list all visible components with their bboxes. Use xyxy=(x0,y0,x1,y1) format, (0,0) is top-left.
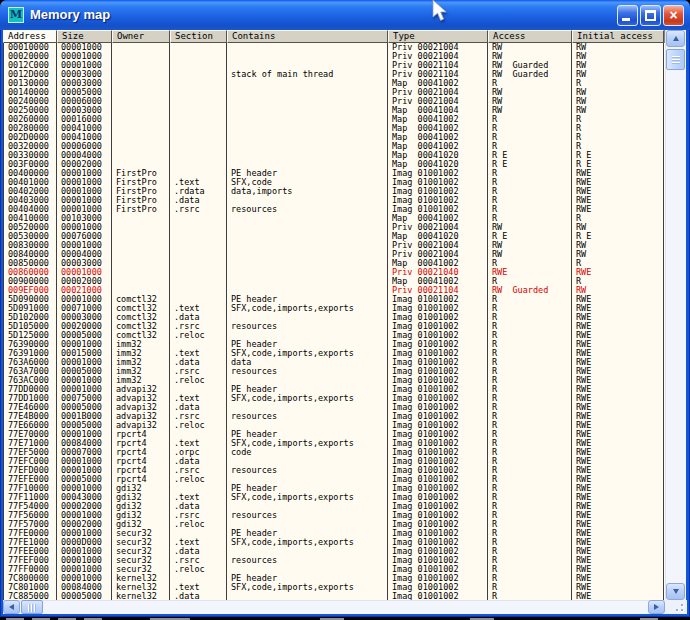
table-row[interactable]: 763A700000005000imm32.rsrcresourcesImag … xyxy=(3,367,665,376)
scroll-up-button[interactable] xyxy=(666,30,685,47)
table-row[interactable]: 0028000000041000Map 00041002RR xyxy=(3,124,665,133)
table-row[interactable]: 77E4600000005000advapi32.dataImag 010010… xyxy=(3,403,665,412)
table-row[interactable]: 0083000000001000Priv 00021004RWRW xyxy=(3,241,665,250)
table-row[interactable]: 0032000000006000Map 00041002RR xyxy=(3,142,665,151)
table-row[interactable]: 5D10500000020000comctl32.rsrcresourcesIm… xyxy=(3,322,665,331)
table-row[interactable]: 77E6600000005000advapi32.relocImag 01001… xyxy=(3,421,665,430)
resize-grip[interactable] xyxy=(665,600,687,614)
table-row[interactable]: 77FEE00000001000secur32.dataImag 0100100… xyxy=(3,547,665,556)
cell-size: 00071000 xyxy=(57,304,112,313)
table-row[interactable]: 77FEF00000001000secur32.rsrcresourcesIma… xyxy=(3,556,665,565)
table-row[interactable]: 0013000000003000Map 00041002RR xyxy=(3,79,665,88)
table-row[interactable]: 77F5700000002000gdi32.relocImag 01001002… xyxy=(3,520,665,529)
table-row[interactable]: 0085000000003000Map 00041002RR xyxy=(3,259,665,268)
table-row[interactable]: 7639100000015000imm32.textSFX,code,impor… xyxy=(3,349,665,358)
table-row[interactable]: 77F5600000001000gdi32.rsrcresourcesImag … xyxy=(3,511,665,520)
table-row[interactable]: 5D09100000071000comctl32.textSFX,code,im… xyxy=(3,304,665,313)
table-row[interactable]: 0033000000004000Map 00041020R ER E xyxy=(3,151,665,160)
cell-size: 00001000 xyxy=(57,430,112,439)
horizontal-scroll-thumb[interactable] xyxy=(21,600,43,614)
table-row[interactable]: 5D09000000001000comctl32PE headerImag 01… xyxy=(3,295,665,304)
table-row[interactable]: 0086000000001000Priv 00021040RWERWE xyxy=(3,268,665,277)
cell-size: 00015000 xyxy=(57,349,112,358)
table-row[interactable]: 0002000000001000Priv 00021004RWRW xyxy=(3,52,665,61)
table-row[interactable]: 7639000000001000imm32PE headerImag 01001… xyxy=(3,340,665,349)
table-row[interactable]: 77E7100000084000rpcrt4.textSFX,code,impo… xyxy=(3,439,665,448)
table-row[interactable]: 77EFC00000001000rpcrt4.dataImag 01001002… xyxy=(3,457,665,466)
column-header-type[interactable]: Type xyxy=(388,30,488,43)
cell-initial-access: RWE xyxy=(572,502,664,511)
table-row[interactable]: 77FE10000000D000secur32.textSFX,code,imp… xyxy=(3,538,665,547)
table-row[interactable]: 002D000000041000Map 00041002RR xyxy=(3,133,665,142)
table-row[interactable]: 77EFE00000005000rpcrt4.relocImag 0100100… xyxy=(3,475,665,484)
table-row[interactable]: 0026000000016000Map 00041002RR xyxy=(3,115,665,124)
table-row[interactable]: 5D10200000003000comctl32.dataImag 010010… xyxy=(3,313,665,322)
cell-size: 00041000 xyxy=(57,133,112,142)
table-row[interactable]: 0084000000004000Priv 00021004RWRW xyxy=(3,250,665,259)
cell-section: .text xyxy=(170,583,227,592)
table-row[interactable]: 77EFD00000001000rpcrt4.rsrcresourcesImag… xyxy=(3,466,665,475)
cell-initial-access: R xyxy=(572,142,664,151)
maximize-button[interactable] xyxy=(640,5,661,26)
cell-address: 00280000 xyxy=(3,124,57,133)
table-row[interactable]: 0053000000076000Map 00041020R ER E xyxy=(3,232,665,241)
scroll-down-button[interactable] xyxy=(666,583,685,600)
table-row[interactable]: 0040200000001000FirstPro.rdatadata,impor… xyxy=(3,187,665,196)
table-row[interactable]: 7C88500000005000kernel32.dataImag 010010… xyxy=(3,592,665,600)
table-row[interactable]: 77FE000000001000secur32PE headerImag 010… xyxy=(3,529,665,538)
column-header-section[interactable]: Section xyxy=(170,30,227,43)
minimize-button[interactable] xyxy=(617,5,638,26)
table-row[interactable]: 77DD000000001000advapi32PE headerImag 01… xyxy=(3,385,665,394)
table-row[interactable]: 0040000000001000FirstProPE headerImag 01… xyxy=(3,169,665,178)
table-row[interactable]: 0040400000001000FirstPro.rsrcresourcesIm… xyxy=(3,205,665,214)
cell-size: 00005000 xyxy=(57,331,112,340)
cell-owner xyxy=(112,268,170,277)
table-row[interactable]: 0025000000003000Map 00041004RWRW xyxy=(3,106,665,115)
cell-initial-access: RWE xyxy=(572,448,664,457)
cell-access: R xyxy=(488,169,572,178)
vertical-scroll-thumb[interactable] xyxy=(666,49,685,70)
cell-type: Map 00041002 xyxy=(388,79,488,88)
table-row[interactable]: 003F000000002000Map 00041020R ER E xyxy=(3,160,665,169)
table-row[interactable]: 0012D00000003000stack of main threadPriv… xyxy=(3,70,665,79)
scroll-left-button[interactable] xyxy=(3,600,20,614)
table-row[interactable]: 0040100000001000FirstPro.textSFX,codeIma… xyxy=(3,178,665,187)
table-row[interactable]: 7C80100000084000kernel32.textSFX,code,im… xyxy=(3,583,665,592)
table-row[interactable]: 77F1000000001000gdi32PE headerImag 01001… xyxy=(3,484,665,493)
table-row[interactable]: 0040300000001000FirstPro.dataImag 010010… xyxy=(3,196,665,205)
scroll-right-button[interactable] xyxy=(648,600,665,614)
table-row[interactable]: 77E4B0000001B000advapi32.rsrcresourcesIm… xyxy=(3,412,665,421)
table-row[interactable]: 0012C00000001000Priv 00021104RW GuardedR… xyxy=(3,61,665,70)
cell-initial-access: RWE xyxy=(572,565,664,574)
table-row[interactable]: 009EF00000021000Priv 00021104RW GuardedR… xyxy=(3,286,665,295)
horizontal-scrollbar[interactable] xyxy=(3,600,665,614)
cell-owner: advapi32 xyxy=(112,403,170,412)
table-row[interactable]: 77F1100000043000gdi32.textSFX,code,impor… xyxy=(3,493,665,502)
table-row[interactable]: 0014000000005000Priv 00021004RWRW xyxy=(3,88,665,97)
column-header-address[interactable]: Address xyxy=(3,30,57,43)
table-row[interactable]: 5D12500000005000comctl32.relocImag 01001… xyxy=(3,331,665,340)
column-header-access[interactable]: Access xyxy=(488,30,572,43)
app-icon[interactable]: M xyxy=(8,7,24,23)
table-row[interactable]: 77E7000000001000rpcrt4PE headerImag 0100… xyxy=(3,430,665,439)
column-header-contains[interactable]: Contains xyxy=(227,30,388,43)
table-row[interactable]: 7C80000000001000kernel32PE headerImag 01… xyxy=(3,574,665,583)
table-row[interactable]: 763AC00000001000imm32.relocImag 01001002… xyxy=(3,376,665,385)
vertical-scrollbar[interactable] xyxy=(665,30,686,600)
table-row[interactable]: 77FF000000001000secur32.relocImag 010010… xyxy=(3,565,665,574)
cell-type: Priv 00021104 xyxy=(388,286,488,295)
table-row[interactable]: 77EF500000007000rpcrt4.orpccodeImag 0100… xyxy=(3,448,665,457)
table-row[interactable]: 763A600000001000imm32.datadataImag 01001… xyxy=(3,358,665,367)
table-row[interactable]: 0052000000001000Priv 00021004RWRW xyxy=(3,223,665,232)
column-header-size[interactable]: Size xyxy=(57,30,112,43)
table-row[interactable]: 77F5400000002000gdi32.dataImag 01001002R… xyxy=(3,502,665,511)
table-row[interactable]: 0090000000002000Map 00041002RR xyxy=(3,277,665,286)
titlebar[interactable]: M Memory map × xyxy=(0,0,690,30)
table-row[interactable]: 0001000000001000Priv 00021004RWRW xyxy=(3,43,665,52)
table-row[interactable]: 77DD100000075000advapi32.textSFX,code,im… xyxy=(3,394,665,403)
table-row[interactable]: 0041000000103000Map 00041002RR xyxy=(3,214,665,223)
column-header-initial-access[interactable]: Initial access xyxy=(572,30,664,43)
table-row[interactable]: 0024000000006000Priv 00021004RWRW xyxy=(3,97,665,106)
column-header-owner[interactable]: Owner xyxy=(112,30,170,43)
close-button[interactable]: × xyxy=(663,5,684,26)
